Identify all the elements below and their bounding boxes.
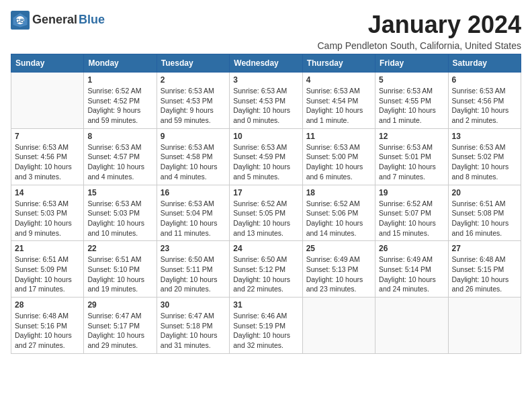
calendar-week-row: 28Sunrise: 6:48 AMSunset: 5:16 PMDayligh…	[11, 298, 521, 354]
cell-info-text: Sunrise: 6:52 AMSunset: 5:05 PMDaylight:…	[233, 199, 298, 238]
cell-day-number: 23	[161, 244, 226, 253]
calendar-cell: 24Sunrise: 6:50 AMSunset: 5:12 PMDayligh…	[230, 241, 302, 298]
cell-day-number: 2	[161, 75, 226, 85]
calendar-cell: 10Sunrise: 6:53 AMSunset: 4:59 PMDayligh…	[230, 128, 302, 185]
cell-day-number: 16	[161, 188, 226, 197]
cell-info-text: Sunrise: 6:53 AMSunset: 4:58 PMDaylight:…	[161, 142, 226, 182]
cell-day-number: 28	[15, 300, 80, 310]
cell-info-text: Sunrise: 6:53 AMSunset: 5:04 PMDaylight:…	[161, 199, 226, 238]
calendar-cell: 11Sunrise: 6:53 AMSunset: 5:00 PMDayligh…	[302, 128, 375, 185]
cell-info-text: Sunrise: 6:53 AMSunset: 4:55 PMDaylight:…	[379, 86, 444, 126]
calendar-cell: 19Sunrise: 6:52 AMSunset: 5:07 PMDayligh…	[375, 185, 448, 241]
calendar-cell: 25Sunrise: 6:49 AMSunset: 5:13 PMDayligh…	[302, 241, 375, 298]
page-header: GB General Blue January 2024 Camp Pendle…	[11, 11, 521, 51]
day-header-saturday: Saturday	[448, 54, 521, 73]
cell-info-text: Sunrise: 6:53 AMSunset: 4:56 PMDaylight:…	[452, 86, 517, 126]
cell-day-number: 19	[379, 188, 444, 197]
cell-day-number: 24	[233, 244, 298, 253]
cell-info-text: Sunrise: 6:53 AMSunset: 5:03 PMDaylight:…	[87, 199, 152, 238]
calendar-cell	[375, 298, 448, 354]
calendar-cell: 6Sunrise: 6:53 AMSunset: 4:56 PMDaylight…	[448, 73, 521, 129]
day-header-friday: Friday	[375, 54, 448, 73]
cell-info-text: Sunrise: 6:48 AMSunset: 5:16 PMDaylight:…	[15, 311, 80, 351]
cell-day-number: 10	[233, 132, 298, 141]
title-block: January 2024 Camp Pendleton South, Calif…	[317, 11, 521, 51]
cell-day-number: 4	[306, 75, 371, 85]
cell-info-text: Sunrise: 6:47 AMSunset: 5:18 PMDaylight:…	[161, 311, 226, 351]
calendar-week-row: 14Sunrise: 6:53 AMSunset: 5:03 PMDayligh…	[11, 185, 521, 241]
calendar-cell: 27Sunrise: 6:48 AMSunset: 5:15 PMDayligh…	[448, 241, 521, 298]
calendar-cell: 5Sunrise: 6:53 AMSunset: 4:55 PMDaylight…	[375, 73, 448, 129]
cell-info-text: Sunrise: 6:52 AMSunset: 4:52 PMDaylight:…	[87, 86, 152, 126]
calendar-cell: 23Sunrise: 6:50 AMSunset: 5:11 PMDayligh…	[157, 241, 229, 298]
cell-day-number: 26	[379, 244, 444, 253]
cell-day-number: 30	[161, 300, 226, 310]
logo-icon: GB	[11, 11, 30, 30]
cell-day-number: 3	[233, 75, 298, 85]
day-header-tuesday: Tuesday	[157, 54, 229, 73]
cell-info-text: Sunrise: 6:49 AMSunset: 5:14 PMDaylight:…	[379, 255, 444, 294]
calendar-cell: 30Sunrise: 6:47 AMSunset: 5:18 PMDayligh…	[157, 298, 229, 354]
calendar-cell	[302, 298, 375, 354]
calendar-cell	[11, 73, 84, 129]
cell-info-text: Sunrise: 6:53 AMSunset: 4:59 PMDaylight:…	[233, 142, 298, 182]
cell-info-text: Sunrise: 6:53 AMSunset: 5:01 PMDaylight:…	[379, 142, 444, 182]
calendar-cell	[448, 298, 521, 354]
cell-info-text: Sunrise: 6:52 AMSunset: 5:06 PMDaylight:…	[306, 199, 371, 238]
cell-day-number: 15	[87, 188, 152, 197]
logo-blue-text: Blue	[79, 13, 105, 27]
calendar-cell: 8Sunrise: 6:53 AMSunset: 4:57 PMDaylight…	[84, 128, 157, 185]
cell-day-number: 9	[161, 132, 226, 141]
calendar-cell: 12Sunrise: 6:53 AMSunset: 5:01 PMDayligh…	[375, 128, 448, 185]
cell-info-text: Sunrise: 6:47 AMSunset: 5:17 PMDaylight:…	[87, 311, 152, 351]
cell-day-number: 12	[379, 132, 444, 141]
day-header-wednesday: Wednesday	[230, 54, 302, 73]
cell-info-text: Sunrise: 6:51 AMSunset: 5:08 PMDaylight:…	[452, 199, 517, 238]
logo-general-text: General	[32, 13, 77, 27]
calendar-cell: 13Sunrise: 6:53 AMSunset: 5:02 PMDayligh…	[448, 128, 521, 185]
calendar-table: SundayMondayTuesdayWednesdayThursdayFrid…	[11, 54, 521, 354]
cell-day-number: 27	[452, 244, 517, 253]
cell-day-number: 11	[306, 132, 371, 141]
svg-text:GB: GB	[15, 17, 24, 24]
cell-info-text: Sunrise: 6:53 AMSunset: 5:02 PMDaylight:…	[452, 142, 517, 182]
location-title: Camp Pendleton South, California, United…	[317, 40, 521, 51]
calendar-cell: 31Sunrise: 6:46 AMSunset: 5:19 PMDayligh…	[230, 298, 302, 354]
calendar-cell: 16Sunrise: 6:53 AMSunset: 5:04 PMDayligh…	[157, 185, 229, 241]
cell-info-text: Sunrise: 6:53 AMSunset: 4:56 PMDaylight:…	[15, 142, 80, 182]
calendar-header: SundayMondayTuesdayWednesdayThursdayFrid…	[11, 54, 521, 73]
calendar-cell: 17Sunrise: 6:52 AMSunset: 5:05 PMDayligh…	[230, 185, 302, 241]
day-header-monday: Monday	[84, 54, 157, 73]
cell-info-text: Sunrise: 6:50 AMSunset: 5:11 PMDaylight:…	[161, 255, 226, 294]
calendar-cell: 20Sunrise: 6:51 AMSunset: 5:08 PMDayligh…	[448, 185, 521, 241]
cell-info-text: Sunrise: 6:48 AMSunset: 5:15 PMDaylight:…	[452, 255, 517, 294]
cell-day-number: 6	[452, 75, 517, 85]
calendar-cell: 22Sunrise: 6:51 AMSunset: 5:10 PMDayligh…	[84, 241, 157, 298]
calendar-cell: 2Sunrise: 6:53 AMSunset: 4:53 PMDaylight…	[157, 73, 229, 129]
cell-day-number: 8	[87, 132, 152, 141]
cell-info-text: Sunrise: 6:53 AMSunset: 4:54 PMDaylight:…	[306, 86, 371, 126]
cell-day-number: 14	[15, 188, 80, 197]
cell-info-text: Sunrise: 6:53 AMSunset: 5:00 PMDaylight:…	[306, 142, 371, 182]
month-title: January 2024	[317, 11, 521, 39]
calendar-cell: 4Sunrise: 6:53 AMSunset: 4:54 PMDaylight…	[302, 73, 375, 129]
cell-day-number: 22	[87, 244, 152, 253]
cell-info-text: Sunrise: 6:51 AMSunset: 5:09 PMDaylight:…	[15, 255, 80, 294]
calendar-body: 1Sunrise: 6:52 AMSunset: 4:52 PMDaylight…	[11, 73, 521, 354]
calendar-cell: 1Sunrise: 6:52 AMSunset: 4:52 PMDaylight…	[84, 73, 157, 129]
day-header-sunday: Sunday	[11, 54, 84, 73]
calendar-cell: 29Sunrise: 6:47 AMSunset: 5:17 PMDayligh…	[84, 298, 157, 354]
cell-info-text: Sunrise: 6:49 AMSunset: 5:13 PMDaylight:…	[306, 255, 371, 294]
cell-day-number: 7	[15, 132, 80, 141]
calendar-cell: 3Sunrise: 6:53 AMSunset: 4:53 PMDaylight…	[230, 73, 302, 129]
calendar-cell: 18Sunrise: 6:52 AMSunset: 5:06 PMDayligh…	[302, 185, 375, 241]
calendar-cell: 9Sunrise: 6:53 AMSunset: 4:58 PMDaylight…	[157, 128, 229, 185]
cell-info-text: Sunrise: 6:50 AMSunset: 5:12 PMDaylight:…	[233, 255, 298, 294]
cell-day-number: 1	[87, 75, 152, 85]
cell-day-number: 20	[452, 188, 517, 197]
cell-day-number: 31	[233, 300, 298, 310]
cell-info-text: Sunrise: 6:53 AMSunset: 5:03 PMDaylight:…	[15, 199, 80, 238]
calendar-week-row: 7Sunrise: 6:53 AMSunset: 4:56 PMDaylight…	[11, 128, 521, 185]
day-header-row: SundayMondayTuesdayWednesdayThursdayFrid…	[11, 54, 521, 73]
calendar-cell: 28Sunrise: 6:48 AMSunset: 5:16 PMDayligh…	[11, 298, 84, 354]
